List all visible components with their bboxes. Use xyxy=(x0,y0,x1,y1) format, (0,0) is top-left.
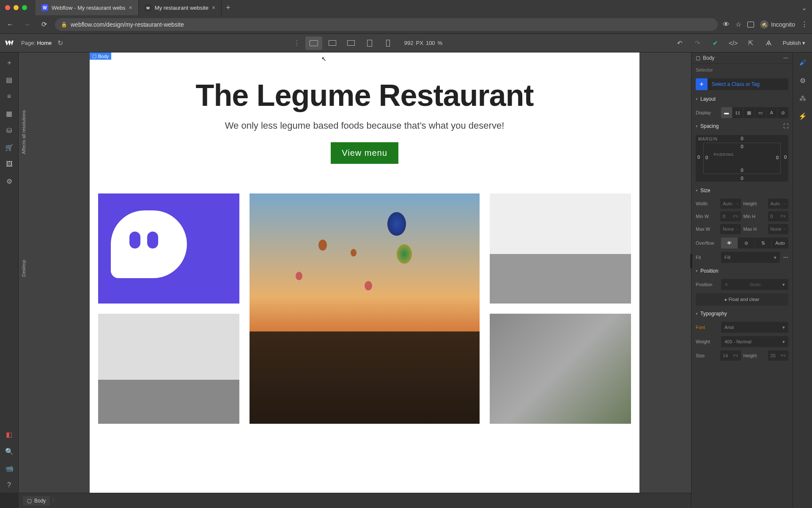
close-window-button[interactable] xyxy=(5,5,10,10)
max-width-input[interactable]: None– xyxy=(720,224,741,234)
min-height-input[interactable]: 0PX xyxy=(768,211,789,221)
assets-button[interactable]: 🖼 xyxy=(2,157,17,172)
line-height-input[interactable]: 20PX xyxy=(768,351,789,361)
page-body[interactable]: ▢ Body The Legume Restaurant We only les… xyxy=(90,52,639,493)
browser-tab-active[interactable]: W Webflow - My restaurant webs × xyxy=(36,0,139,15)
redo-button[interactable]: ↷ xyxy=(691,36,705,50)
reload-button[interactable]: ⟳ xyxy=(38,19,50,30)
font-select[interactable]: Arial▾ xyxy=(721,322,788,333)
image-grid[interactable] xyxy=(90,181,639,436)
chevron-down-icon[interactable]: ⌄ xyxy=(801,4,807,12)
element-settings-button[interactable]: ⚙ xyxy=(795,73,810,88)
minimize-window-button[interactable] xyxy=(14,5,19,10)
hero-section[interactable]: The Legume Restaurant We only less legum… xyxy=(90,52,639,181)
components-button[interactable]: ▦ xyxy=(2,106,17,121)
url-input[interactable]: 🔒 webflow.com/design/my-restaurant-websi… xyxy=(55,18,718,31)
breadcrumb-body[interactable]: ▢ Body xyxy=(23,496,50,505)
kebab-icon[interactable]: ⋮ xyxy=(294,39,300,47)
display-block-button[interactable]: ▬ xyxy=(721,107,732,118)
revert-icon[interactable]: ↻ xyxy=(58,39,63,47)
fit-select[interactable]: Fill▾ xyxy=(721,252,780,263)
video-button[interactable]: 📹 xyxy=(2,461,17,476)
new-tab-button[interactable]: + xyxy=(222,3,235,12)
overflow-auto-button[interactable]: Auto xyxy=(772,237,788,248)
font-size-input[interactable]: 14PX xyxy=(720,351,741,361)
image-ghost[interactable] xyxy=(98,193,239,304)
image-city-feet[interactable] xyxy=(490,314,631,424)
position-section-header[interactable]: Position xyxy=(691,265,793,277)
more-icon[interactable]: ⋯ xyxy=(783,254,788,260)
display-inlineblock-button[interactable]: ▭ xyxy=(755,107,766,118)
breakpoint-phone-button[interactable] xyxy=(380,36,397,50)
max-height-input[interactable]: None– xyxy=(768,224,789,234)
add-element-button[interactable]: ＋ xyxy=(2,55,17,70)
view-menu-button[interactable]: View menu xyxy=(331,142,398,164)
cms-button[interactable]: ⛁ xyxy=(2,123,17,138)
navigator-button[interactable]: ≡ xyxy=(2,89,17,104)
code-icon[interactable]: </> xyxy=(726,36,741,50)
webflow-logo[interactable] xyxy=(3,37,15,49)
star-icon[interactable]: ☆ xyxy=(735,20,741,28)
audit-icon[interactable]: Ѧ xyxy=(762,36,776,50)
hero-heading[interactable]: The Legume Restaurant xyxy=(98,78,631,113)
image-birds-large[interactable] xyxy=(490,193,631,304)
incognito-icon: 🕵 xyxy=(760,20,768,29)
image-balloons-cafe[interactable] xyxy=(250,193,480,424)
spacing-expand-icon[interactable]: ⛶ xyxy=(783,123,788,129)
canvas[interactable]: Affects all resolutions Desktop ▢ Body T… xyxy=(19,52,710,493)
browser-tab[interactable]: w My restaurant website × xyxy=(139,0,222,15)
overflow-hidden-button[interactable]: ⊘ xyxy=(738,237,755,248)
spacing-section-header[interactable]: Spacing ⛶ xyxy=(691,120,793,133)
eye-slash-icon[interactable]: 👁 xyxy=(723,21,730,28)
close-tab-icon[interactable]: × xyxy=(129,4,132,11)
effects-button[interactable]: ⚡ xyxy=(795,108,810,124)
page-selector[interactable]: Page: Home xyxy=(21,40,52,46)
export-icon[interactable]: ⇱ xyxy=(744,36,758,50)
breakpoint-tablet-landscape-button[interactable] xyxy=(343,36,359,50)
breakpoint-desktop-button[interactable] xyxy=(305,36,322,50)
layout-section-header[interactable]: Layout xyxy=(691,93,793,105)
incognito-indicator[interactable]: 🕵 Incognito xyxy=(760,20,795,29)
help-button[interactable]: ? xyxy=(2,478,17,493)
display-none-button[interactable]: ⊘ xyxy=(777,107,788,118)
display-flex-button[interactable]: ⫿⫿ xyxy=(732,107,744,118)
status-ok-icon[interactable]: ✔ xyxy=(708,36,723,50)
maximize-window-button[interactable] xyxy=(22,5,27,10)
overflow-scroll-button[interactable]: ⇅ xyxy=(755,237,772,248)
display-grid-button[interactable]: ▦ xyxy=(743,107,755,118)
settings-button[interactable]: ⚙ xyxy=(2,174,17,189)
hero-subtitle[interactable]: We only less legume based foods because … xyxy=(98,120,631,131)
search-button[interactable]: 🔍 xyxy=(2,444,17,459)
position-select[interactable]: ✕Static▾ xyxy=(721,279,788,290)
affects-label: Affects all resolutions xyxy=(21,110,26,154)
breakpoint-desktop-small-button[interactable] xyxy=(324,36,341,50)
image-birds-small[interactable] xyxy=(98,314,239,424)
undo-button[interactable]: ↶ xyxy=(673,36,687,50)
float-clear-toggle[interactable]: ▸ Float and clear xyxy=(696,293,788,306)
ecommerce-button[interactable]: 🛒 xyxy=(2,140,17,155)
typography-section-header[interactable]: Typography xyxy=(691,307,793,320)
breakpoint-tablet-button[interactable] xyxy=(361,36,378,50)
publish-button[interactable]: Publish ▾ xyxy=(779,40,809,46)
kebab-menu-icon[interactable]: ⋮ xyxy=(801,20,808,28)
selected-element-tag[interactable]: ▢ Body xyxy=(90,52,111,60)
back-button[interactable]: ← xyxy=(4,19,16,30)
size-section-header[interactable]: Size xyxy=(691,184,793,197)
close-tab-icon[interactable]: × xyxy=(212,4,215,11)
width-input[interactable]: Auto– xyxy=(720,199,741,209)
min-width-input[interactable]: 0PX xyxy=(720,211,741,221)
spacing-editor[interactable]: MARGIN 0 0 0 0 PADDING 0 0 0 0 xyxy=(696,135,788,182)
add-class-button[interactable]: + Select a Class or Tag xyxy=(696,78,788,90)
audit-button[interactable]: ◧ xyxy=(2,427,17,442)
display-inline-button[interactable]: A xyxy=(766,107,778,118)
weight-select[interactable]: 400 - Normal▾ xyxy=(721,336,788,347)
canvas-resize-handle[interactable] xyxy=(690,254,692,268)
pages-button[interactable]: ▤ xyxy=(2,72,17,87)
height-input[interactable]: Auto– xyxy=(768,199,789,209)
panel-icon[interactable] xyxy=(747,22,754,28)
style-panel-button[interactable]: 🖌 xyxy=(795,55,810,70)
interactions-button[interactable]: ⁂ xyxy=(795,91,810,106)
more-icon[interactable]: ⋯ xyxy=(783,55,788,61)
forward-button[interactable]: → xyxy=(21,19,33,30)
overflow-visible-button[interactable]: 👁 xyxy=(721,237,738,248)
